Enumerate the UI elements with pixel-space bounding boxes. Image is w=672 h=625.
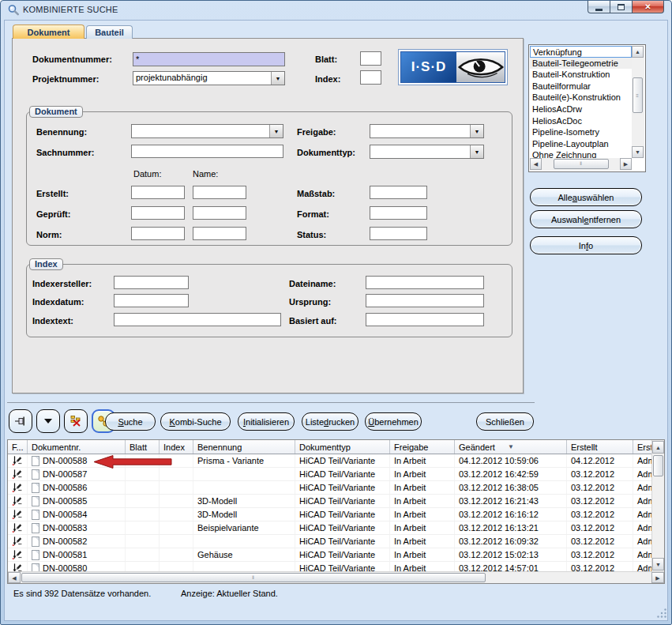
minimize-button[interactable] <box>588 1 610 13</box>
initialisieren-button[interactable]: Initialisieren <box>238 412 295 431</box>
titlebar[interactable]: KOMBINIERTE SUCHE ✕ <box>1 1 671 20</box>
basiert-auf-input[interactable] <box>366 313 484 326</box>
table-cell: 03.12.2012 16:16:12 <box>455 508 567 521</box>
sachnummer-input[interactable] <box>131 145 283 158</box>
schliessen-button[interactable]: Schließen <box>476 412 534 431</box>
table-row[interactable]: DN-000586HiCAD Teil/VarianteIn Arbeit03.… <box>8 481 651 495</box>
table-row[interactable]: DN-000580HiCAD Teil/VarianteIn Arbeit03.… <box>8 562 651 571</box>
ursprung-input[interactable] <box>366 294 484 307</box>
scroll-down-icon[interactable]: ▼ <box>632 146 644 158</box>
table-cell: 03.12.2012 14:57:01 <box>455 562 567 571</box>
column-header[interactable]: Blatt <box>126 440 160 454</box>
link-list-item[interactable]: HeliosAcDoc <box>530 115 632 127</box>
benennung-combobox[interactable]: ▼ <box>131 124 283 138</box>
indexersteller-input[interactable] <box>114 276 189 289</box>
format-label: Format: <box>297 209 329 219</box>
freigabe-combobox[interactable]: ▼ <box>370 124 484 138</box>
column-header[interactable]: Geändert▼ <box>455 440 567 454</box>
column-header[interactable]: Benennung <box>193 440 295 454</box>
table-cell: DN-000584 <box>28 508 126 521</box>
uebernehmen-button[interactable]: Übernehmen <box>365 412 422 431</box>
scroll-up-icon[interactable]: ▲ <box>652 441 664 454</box>
table-row[interactable]: DN-0005843D-ModellHiCAD Teil/VarianteIn … <box>8 508 651 521</box>
remove-list-button[interactable] <box>64 409 88 433</box>
link-list-item[interactable]: Pipeline-Isometry <box>530 126 632 138</box>
link-list-item[interactable]: HeliosAcDrw <box>530 104 632 115</box>
link-list-item[interactable]: Pipeline-Layoutplan <box>530 138 632 150</box>
indexersteller-label: Indexersteller: <box>32 279 92 288</box>
dropdown-arrow-button[interactable] <box>36 409 60 433</box>
norm-datum-input[interactable] <box>131 227 185 240</box>
column-header[interactable]: Erstellt <box>567 440 633 454</box>
pin-icon-button[interactable] <box>9 409 32 433</box>
table-row[interactable]: DN-000581GehäuseHiCAD Teil/VarianteIn Ar… <box>8 548 651 562</box>
table-cell <box>160 481 193 494</box>
column-header[interactable]: Dokumenttyp <box>295 440 390 454</box>
scroll-left-icon[interactable]: ◀ <box>530 158 542 170</box>
table-row[interactable]: DN-000583BeispielvarianteHiCAD Teil/Vari… <box>8 521 651 535</box>
info-button[interactable]: Info <box>530 236 642 254</box>
hscroll-thumb[interactable]: ⦀ <box>554 159 609 169</box>
link-list-item[interactable]: Verknüpfung <box>530 46 632 58</box>
scroll-down-icon[interactable]: ▼ <box>652 558 664 570</box>
alle-auswaehlen-button[interactable]: Alle auswählen <box>530 188 642 206</box>
dateiname-input[interactable] <box>366 276 484 289</box>
link-list-item[interactable]: Bauteil(e)-Konstruktion <box>530 92 632 104</box>
table-row[interactable]: DN-000582HiCAD Teil/VarianteIn Arbeit03.… <box>8 535 651 548</box>
indexdatum-input[interactable] <box>114 294 189 307</box>
column-header[interactable]: F... <box>8 440 28 454</box>
table-cell: In Arbeit <box>390 562 455 571</box>
vscroll-thumb[interactable] <box>653 455 663 476</box>
geprueft-datum-input[interactable] <box>131 206 185 220</box>
table-cell <box>160 548 193 561</box>
liste-drucken-button[interactable]: Liste drucken <box>302 412 359 431</box>
hscroll-thumb[interactable]: ⦀ <box>21 573 486 582</box>
link-list-item[interactable]: Bauteil-Teilegeometrie <box>530 58 632 70</box>
erstellt-datum-input[interactable] <box>131 186 185 199</box>
status-input[interactable] <box>370 227 427 240</box>
vscroll-thumb[interactable]: ≡ <box>633 77 643 113</box>
link-list-item[interactable]: Ohne Zeichnung <box>530 149 632 158</box>
column-header[interactable]: Index <box>160 440 193 454</box>
chevron-down-icon[interactable]: ▼ <box>470 145 483 158</box>
resize-grip[interactable] <box>656 608 667 620</box>
auswahl-entfernen-button[interactable]: Auswahl entfernen <box>530 210 642 228</box>
scroll-right-icon[interactable]: ▶ <box>651 572 664 583</box>
chevron-down-icon[interactable]: ▼ <box>271 72 284 85</box>
indextext-input[interactable] <box>114 313 281 326</box>
dokumentnummer-input[interactable] <box>133 52 285 66</box>
blatt-input[interactable] <box>360 51 381 66</box>
suche-button[interactable]: Suche <box>105 412 156 431</box>
column-header[interactable]: Freigabe <box>390 440 455 454</box>
chevron-down-icon[interactable]: ▼ <box>269 125 283 137</box>
projektnummer-combobox[interactable]: projektunabhängig ▼ <box>133 71 285 85</box>
table-row[interactable]: DN-0005853D-ModellHiCAD Teil/VarianteIn … <box>8 495 651 508</box>
table-cell: HiCAD Teil/Variante <box>295 468 390 480</box>
index-input[interactable] <box>360 70 381 85</box>
link-list-hscrollbar[interactable]: ◀ ⦀ ▶ <box>530 158 632 171</box>
tab-bauteil[interactable]: Bauteil <box>86 25 133 39</box>
dokumenttyp-combobox[interactable]: ▼ <box>370 145 484 159</box>
link-list-item[interactable]: Bauteil-Konstruktion <box>530 69 632 81</box>
tab-dokument[interactable]: Dokument <box>13 24 84 39</box>
column-header[interactable]: Dokumentnr. <box>28 440 126 454</box>
kombi-suche-button[interactable]: Kombi-Suche <box>160 412 231 431</box>
indextext-label: Indextext: <box>32 316 73 326</box>
massstab-input[interactable] <box>370 186 427 199</box>
chevron-down-icon[interactable]: ▼ <box>470 125 483 137</box>
table-cell: DN-000582 <box>28 535 126 548</box>
scroll-left-icon[interactable]: ◀ <box>8 572 21 583</box>
geprueft-name-input[interactable] <box>193 206 246 220</box>
link-list-item[interactable]: Bauteilformular <box>530 81 632 92</box>
scroll-up-icon[interactable]: ▲ <box>632 46 644 58</box>
table-cell <box>126 521 160 534</box>
format-input[interactable] <box>370 206 427 220</box>
norm-name-input[interactable] <box>193 227 246 240</box>
close-window-button[interactable]: ✕ <box>632 1 664 13</box>
results-hscrollbar[interactable]: ◀ ⦀ ▶ <box>8 571 664 583</box>
results-vscrollbar[interactable]: ▲ ▼ <box>651 440 664 571</box>
maximize-button[interactable] <box>610 1 632 13</box>
erstellt-name-input[interactable] <box>193 186 246 199</box>
link-list-vscrollbar[interactable]: ▲ ≡ ▼ <box>632 46 644 158</box>
scroll-right-icon[interactable]: ▶ <box>620 158 632 170</box>
